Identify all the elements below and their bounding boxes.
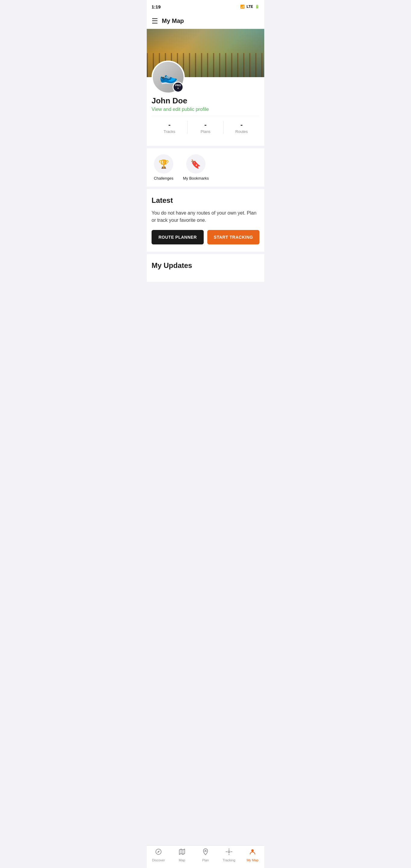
nav-discover[interactable]: Discover (150, 848, 167, 862)
profile-info: PRO + John Doe View and edit public prof… (147, 77, 264, 146)
start-tracking-button[interactable]: START TRACKING (207, 230, 259, 244)
status-icons: 📶 LTE 🔋 (240, 4, 259, 9)
svg-point-2 (228, 851, 230, 852)
nav-tracking[interactable]: Tracking (220, 848, 238, 862)
stat-tracks-label: Tracks (152, 129, 187, 134)
cta-buttons: ROUTE PLANNER START TRACKING (152, 230, 259, 244)
svg-point-3 (251, 849, 254, 852)
nav-my-map[interactable]: My Map (244, 848, 261, 862)
empty-message: You do not have any routes of your own y… (152, 210, 259, 224)
tracking-label: Tracking (223, 858, 235, 862)
user-name: John Doe (152, 96, 259, 105)
stat-tracks-value: - (152, 121, 187, 129)
nav-map[interactable]: Map (173, 848, 191, 862)
bottom-nav: Discover Map Plan Tracking (147, 845, 264, 868)
bookmarks-icon: 🔖 (190, 159, 201, 169)
pro-badge-plus: + (177, 87, 179, 90)
my-map-icon (249, 848, 256, 857)
latest-section: Latest You do not have any routes of you… (147, 189, 264, 252)
stat-routes-value: - (224, 121, 259, 129)
challenges-action[interactable]: 🏆 Challenges (152, 154, 176, 181)
route-planner-button[interactable]: ROUTE PLANNER (152, 230, 204, 244)
stat-plans[interactable]: - Plans (187, 121, 224, 134)
latest-title: Latest (152, 196, 259, 205)
battery-icon: 🔋 (255, 4, 259, 9)
edit-profile-link[interactable]: View and edit public profile (152, 107, 209, 112)
stat-plans-label: Plans (188, 129, 224, 134)
menu-icon[interactable]: ☰ (152, 17, 158, 25)
tracking-icon (225, 848, 232, 857)
status-bar: 1:19 📶 LTE 🔋 (147, 0, 264, 13)
pro-badge: PRO + (173, 82, 184, 93)
stat-routes-label: Routes (224, 129, 259, 134)
my-updates-title: My Updates (152, 261, 259, 270)
challenges-icon-wrap: 🏆 (154, 154, 173, 174)
avatar-wrap: PRO + (152, 61, 185, 94)
status-time: 1:19 (152, 4, 161, 9)
challenges-icon: 🏆 (158, 159, 169, 169)
bookmarks-action[interactable]: 🔖 My Bookmarks (183, 154, 209, 181)
stats-row: - Tracks - Plans - Routes (152, 116, 259, 140)
my-updates-section: My Updates (147, 254, 264, 282)
stat-tracks[interactable]: - Tracks (152, 121, 187, 134)
map-icon (179, 848, 186, 857)
pro-badge-inner: PRO + (173, 83, 183, 92)
bookmarks-icon-wrap: 🔖 (186, 154, 205, 174)
top-nav: ☰ My Map (147, 13, 264, 29)
stat-plans-value: - (188, 121, 224, 129)
profile-card: PRO + John Doe View and edit public prof… (147, 29, 264, 146)
signal-icon: 📶 (240, 4, 245, 9)
plan-icon (202, 848, 209, 857)
plan-label: Plan (202, 858, 209, 862)
quick-actions: 🏆 Challenges 🔖 My Bookmarks (147, 148, 264, 187)
bottom-spacer (147, 282, 264, 306)
bookmarks-label: My Bookmarks (183, 176, 209, 181)
discover-label: Discover (152, 858, 165, 862)
stat-routes[interactable]: - Routes (223, 121, 259, 134)
challenges-label: Challenges (154, 176, 173, 181)
my-map-label: My Map (247, 858, 258, 862)
nav-plan[interactable]: Plan (196, 848, 215, 862)
lte-label: LTE (247, 4, 253, 9)
discover-icon (155, 848, 162, 857)
map-label: Map (179, 858, 185, 862)
page-title: My Map (162, 18, 184, 24)
